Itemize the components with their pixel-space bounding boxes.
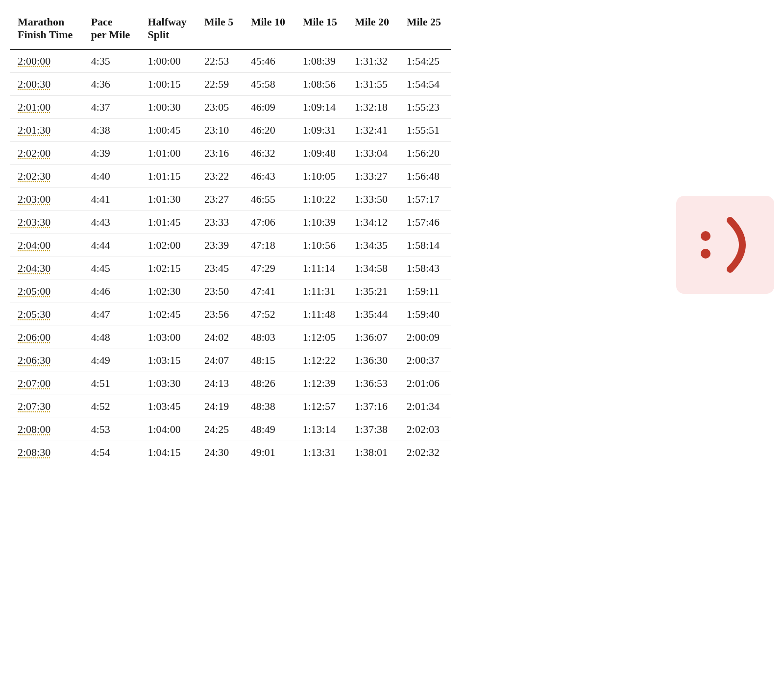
col-header-finish-time: MarathonFinish Time (10, 10, 83, 49)
data-cell: 1:33:27 (347, 165, 399, 188)
data-cell: 1:09:48 (295, 142, 347, 165)
data-cell: 1:58:43 (399, 257, 451, 280)
finish-time-cell[interactable]: 2:07:00 (10, 372, 83, 395)
data-cell: 1:34:12 (347, 211, 399, 234)
data-cell: 1:03:30 (140, 372, 196, 395)
data-cell: 47:41 (243, 280, 295, 303)
finish-time-cell[interactable]: 2:01:00 (10, 96, 83, 119)
data-cell: 23:10 (196, 119, 243, 142)
data-cell: 47:52 (243, 303, 295, 326)
finish-time-cell[interactable]: 2:02:00 (10, 142, 83, 165)
data-cell: 1:59:40 (399, 303, 451, 326)
table-row: 2:05:004:461:02:3023:5047:411:11:311:35:… (10, 280, 451, 303)
table-row: 2:03:004:411:01:3023:2746:551:10:221:33:… (10, 188, 451, 211)
data-cell: 1:13:31 (295, 441, 347, 464)
data-cell: 1:58:14 (399, 234, 451, 257)
finish-time-cell[interactable]: 2:08:30 (10, 441, 83, 464)
data-cell: 24:07 (196, 349, 243, 372)
finish-time-cell[interactable]: 2:00:30 (10, 73, 83, 96)
data-cell: 1:56:20 (399, 142, 451, 165)
finish-time-cell[interactable]: 2:04:00 (10, 234, 83, 257)
finish-time-cell[interactable]: 2:03:30 (10, 211, 83, 234)
table-header-row: MarathonFinish Time Paceper Mile Halfway… (10, 10, 451, 49)
data-cell: 1:02:30 (140, 280, 196, 303)
data-cell: 46:43 (243, 165, 295, 188)
data-cell: 4:52 (83, 395, 140, 418)
finish-time-cell[interactable]: 2:02:30 (10, 165, 83, 188)
table-row: 2:03:304:431:01:4523:3347:061:10:391:34:… (10, 211, 451, 234)
data-cell: 47:06 (243, 211, 295, 234)
data-cell: 1:01:15 (140, 165, 196, 188)
table-row: 2:07:304:521:03:4524:1948:381:12:571:37:… (10, 395, 451, 418)
data-cell: 49:01 (243, 441, 295, 464)
data-cell: 47:18 (243, 234, 295, 257)
data-cell: 1:12:05 (295, 326, 347, 349)
table-row: 2:08:304:541:04:1524:3049:011:13:311:38:… (10, 441, 451, 464)
data-cell: 1:57:17 (399, 188, 451, 211)
data-cell: 48:49 (243, 418, 295, 441)
data-cell: 2:00:09 (399, 326, 451, 349)
data-cell: 1:10:39 (295, 211, 347, 234)
col-header-mile25: Mile 25 (399, 10, 451, 49)
finish-time-cell[interactable]: 2:05:30 (10, 303, 83, 326)
data-cell: 1:08:56 (295, 73, 347, 96)
data-cell: 1:11:14 (295, 257, 347, 280)
finish-time-cell[interactable]: 2:00:00 (10, 49, 83, 73)
data-cell: 1:04:15 (140, 441, 196, 464)
data-cell: 1:03:15 (140, 349, 196, 372)
marathon-pace-table: MarathonFinish Time Paceper Mile Halfway… (10, 10, 451, 464)
data-cell: 4:38 (83, 119, 140, 142)
data-cell: 1:04:00 (140, 418, 196, 441)
finish-time-cell[interactable]: 2:06:30 (10, 349, 83, 372)
data-cell: 23:56 (196, 303, 243, 326)
finish-time-cell[interactable]: 2:05:00 (10, 280, 83, 303)
data-cell: 4:47 (83, 303, 140, 326)
col-header-pace: Paceper Mile (83, 10, 140, 49)
col-header-mile10: Mile 10 (243, 10, 295, 49)
finish-time-cell[interactable]: 2:01:30 (10, 119, 83, 142)
data-cell: 4:51 (83, 372, 140, 395)
data-cell: 1:37:38 (347, 418, 399, 441)
page-container: MarathonFinish Time Paceper Mile Halfway… (10, 10, 774, 464)
data-cell: 1:12:39 (295, 372, 347, 395)
data-cell: 1:54:25 (399, 49, 451, 73)
data-cell: 4:49 (83, 349, 140, 372)
data-cell: 48:26 (243, 372, 295, 395)
finish-time-cell[interactable]: 2:07:30 (10, 395, 83, 418)
data-cell: 4:45 (83, 257, 140, 280)
table-row: 2:01:304:381:00:4523:1046:201:09:311:32:… (10, 119, 451, 142)
data-cell: 1:00:45 (140, 119, 196, 142)
data-cell: 1:33:50 (347, 188, 399, 211)
data-cell: 1:54:54 (399, 73, 451, 96)
table-row: 2:06:304:491:03:1524:0748:151:12:221:36:… (10, 349, 451, 372)
col-header-mile5: Mile 5 (196, 10, 243, 49)
table-row: 2:08:004:531:04:0024:2548:491:13:141:37:… (10, 418, 451, 441)
data-cell: 1:59:11 (399, 280, 451, 303)
data-cell: 4:53 (83, 418, 140, 441)
data-cell: 1:55:51 (399, 119, 451, 142)
data-cell: 1:01:45 (140, 211, 196, 234)
data-cell: 4:46 (83, 280, 140, 303)
data-cell: 23:16 (196, 142, 243, 165)
finish-time-cell[interactable]: 2:08:00 (10, 418, 83, 441)
data-cell: 24:19 (196, 395, 243, 418)
data-cell: 48:38 (243, 395, 295, 418)
table-row: 2:07:004:511:03:3024:1348:261:12:391:36:… (10, 372, 451, 395)
finish-time-cell[interactable]: 2:03:00 (10, 188, 83, 211)
data-cell: 1:00:30 (140, 96, 196, 119)
data-cell: 1:36:07 (347, 326, 399, 349)
table-row: 2:00:304:361:00:1522:5945:581:08:561:31:… (10, 73, 451, 96)
finish-time-cell[interactable]: 2:04:30 (10, 257, 83, 280)
data-cell: 4:43 (83, 211, 140, 234)
data-cell: 1:31:32 (347, 49, 399, 73)
data-cell: 4:35 (83, 49, 140, 73)
data-cell: 1:11:48 (295, 303, 347, 326)
finish-time-cell[interactable]: 2:06:00 (10, 326, 83, 349)
data-cell: 48:03 (243, 326, 295, 349)
data-cell: 1:32:18 (347, 96, 399, 119)
data-cell: 4:44 (83, 234, 140, 257)
data-cell: 1:12:57 (295, 395, 347, 418)
data-cell: 23:33 (196, 211, 243, 234)
data-cell: 1:36:30 (347, 349, 399, 372)
data-cell: 24:30 (196, 441, 243, 464)
